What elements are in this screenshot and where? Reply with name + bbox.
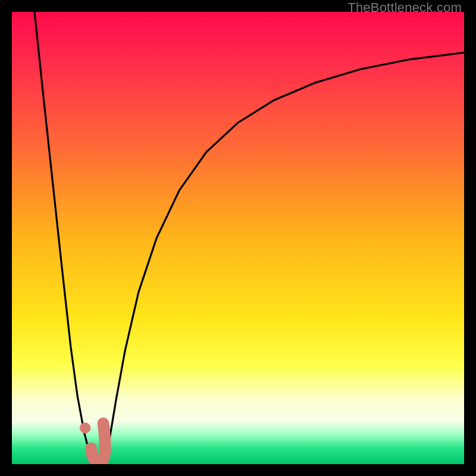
watermark-text: TheBottleneck.com [347, 0, 462, 15]
marker-dot [80, 422, 90, 433]
bottleneck-chart [12, 12, 464, 464]
gradient-background [12, 12, 464, 464]
chart-frame [12, 12, 464, 464]
